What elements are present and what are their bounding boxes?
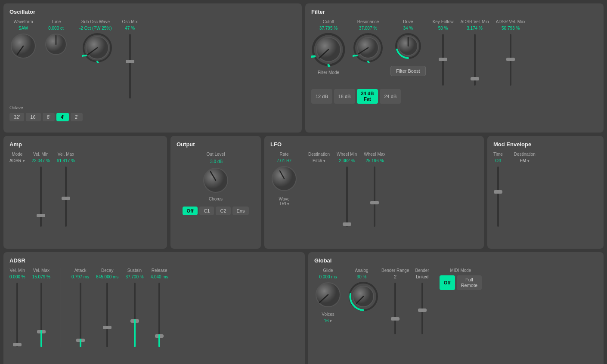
- lfo-rate-value: 7.01 Hz: [277, 158, 291, 163]
- adsr-vel-max-slider[interactable]: [506, 34, 515, 86]
- waveform-knob-group: Waveform SAW: [9, 19, 37, 60]
- sub-osc-wave-value: -2 Oct (PW 25%): [79, 26, 112, 31]
- octave-8[interactable]: 8': [43, 113, 55, 121]
- analog-label: Analog: [355, 268, 368, 273]
- adsr-vel-min-group: Vel. Min 0.000 %: [9, 268, 25, 347]
- analog-knob[interactable]: [348, 281, 375, 308]
- midi-mode-off[interactable]: Off: [440, 275, 455, 290]
- lfo-wheel-min-slider[interactable]: [343, 167, 351, 227]
- amp-mode-group: Mode ADSR ▾: [9, 152, 25, 163]
- lfo-wheel-max-slider[interactable]: [370, 167, 379, 227]
- sub-osc-knob[interactable]: [82, 32, 109, 60]
- out-level-knob[interactable]: [202, 167, 229, 194]
- lfo-wheel-min-label: Wheel Min: [337, 152, 357, 157]
- mod-envelope-main: Time Off Destination FM ▾: [493, 152, 598, 227]
- adsr-decay-label: Decay: [101, 268, 113, 273]
- adsr-divider: [61, 268, 61, 347]
- tune-knob[interactable]: [44, 32, 68, 56]
- lfo-panel: LFO Rate 7.01 Hz Wave: [264, 136, 484, 249]
- bender-range-slider[interactable]: [391, 283, 400, 334]
- glide-knob-group: Glide 0.000 ms Voices 16 ▾: [314, 268, 342, 323]
- filter-mode-24db[interactable]: 24 dB: [380, 89, 401, 104]
- adsr-release-value: 4.040 ms: [151, 275, 168, 279]
- waveform-knob[interactable]: [9, 32, 37, 60]
- adsr-attack-group: Attack 0.797 ms: [71, 268, 89, 347]
- amp-vel-max-value: 61.417 %: [57, 158, 75, 163]
- filter-boost-button[interactable]: Filter Boost: [390, 66, 426, 76]
- amp-vel-max-slider[interactable]: [62, 167, 70, 227]
- lfo-wheel-max-value: 25.196 %: [365, 158, 384, 163]
- adsr-decay-slider[interactable]: [103, 283, 111, 347]
- osc-mix-slider[interactable]: [126, 34, 134, 99]
- adsr-sustain-label: Sustain: [127, 268, 142, 273]
- resonance-knob[interactable]: [353, 32, 384, 63]
- key-follow-slider[interactable]: [439, 34, 447, 86]
- adsr-vel-max-value: 50.793 %: [502, 26, 520, 31]
- lfo-wheel-min-value: 2.362 %: [339, 158, 355, 163]
- midi-mode-full-remote[interactable]: FullRemote: [457, 275, 482, 290]
- octave-2[interactable]: 2': [71, 113, 83, 121]
- mod-env-dest-label: Destination: [514, 152, 536, 157]
- tune-knob-group: Tune 0.000 ct: [44, 19, 68, 56]
- adsr-release-slider[interactable]: [155, 283, 164, 347]
- bender-range-value: 2: [394, 275, 396, 279]
- lfo-dest-value: Pitch ▾: [313, 158, 325, 163]
- oscillator-title: Oscillator: [9, 9, 296, 15]
- bender-value: Linked: [416, 275, 428, 279]
- chorus-c1[interactable]: C1: [199, 207, 214, 215]
- adsr-vel-min-slider[interactable]: [471, 34, 479, 86]
- voices-value: 16 ▾: [324, 318, 332, 323]
- lfo-wheel-max-label: Wheel Max: [364, 152, 385, 157]
- filter-mode-12db[interactable]: 12 dB: [311, 89, 332, 104]
- adsr-vel-min-slider[interactable]: [13, 283, 22, 347]
- glide-value: 0.000 ms: [319, 275, 337, 279]
- lfo-title: LFO: [270, 141, 478, 148]
- adsr-sustain-value: 37.700 %: [125, 275, 143, 279]
- adsr-attack-slider[interactable]: [76, 283, 85, 347]
- waveform-label: Waveform: [13, 19, 33, 24]
- mod-envelope-panel: Mod Envelope Time Off Destination FM ▾: [487, 136, 604, 249]
- adsr-vel-max-slider[interactable]: [37, 283, 46, 347]
- adsr-vel-max-value: 15.079 %: [32, 275, 50, 279]
- adsr-panel: ADSR Vel. Min 0.000 % Vel. Max 15.079 %: [3, 252, 305, 364]
- key-follow-label: Key Follow: [433, 19, 454, 24]
- chorus-c2[interactable]: C2: [216, 207, 230, 215]
- adsr-sustain-slider[interactable]: [130, 283, 139, 347]
- lfo-dest-label: Destination: [308, 152, 330, 157]
- glide-knob[interactable]: [314, 281, 342, 308]
- out-level-label: Out Level: [207, 152, 225, 157]
- lfo-rate-knob[interactable]: [270, 165, 298, 192]
- mod-env-time-slider[interactable]: [494, 167, 502, 227]
- octave-16[interactable]: 16': [26, 113, 40, 121]
- output-main: Out Level -3.0 dB Chorus Off C1 C2 Ens: [177, 152, 255, 215]
- amp-panel: Amp Mode ADSR ▾ Vel. Min 22.047 %: [3, 136, 167, 249]
- bender-group: Bender Linked: [415, 268, 429, 334]
- adsr-vel-min-value: 3.174 %: [467, 26, 483, 31]
- filter-mode-18db[interactable]: 18 dB: [334, 89, 355, 104]
- bender-slider[interactable]: [418, 283, 427, 334]
- octave-4[interactable]: 4': [56, 113, 69, 121]
- adsr-attack-label: Attack: [74, 268, 87, 273]
- drive-knob[interactable]: [394, 32, 422, 60]
- bender-label: Bender: [415, 268, 429, 273]
- osc-mix-label: Osc Mix: [122, 19, 138, 24]
- filter-panel: Filter Cutoff 37.795 %: [305, 3, 604, 133]
- filter-main: Cutoff 37.795 % Filter Mode: [311, 19, 598, 86]
- adsr-vel-min-value: 0.000 %: [9, 275, 25, 279]
- lfo-wave-value: TRI ▾: [279, 201, 289, 206]
- adsr-vel-min-slider-group: ADSR Vel. Min 3.174 %: [461, 19, 489, 86]
- amp-vel-min-slider[interactable]: [37, 167, 45, 227]
- cutoff-knob[interactable]: [311, 32, 346, 67]
- midi-mode-btn-group: Off FullRemote: [440, 275, 482, 290]
- adsr-sustain-group: Sustain 37.700 %: [125, 268, 143, 347]
- bender-range-label: Bender Range: [381, 268, 409, 273]
- chorus-off[interactable]: Off: [183, 207, 198, 215]
- octave-32[interactable]: 32': [9, 113, 24, 121]
- chorus-ens[interactable]: Ens: [232, 207, 249, 215]
- analog-value: 30 %: [357, 275, 367, 279]
- key-follow-value: 50 %: [438, 26, 448, 31]
- filter-mode-24fat[interactable]: 24 dBFat: [357, 89, 378, 104]
- mod-envelope-title: Mod Envelope: [493, 141, 598, 148]
- key-follow-slider-group: Key Follow 50 %: [433, 19, 454, 86]
- resonance-label: Resonance: [357, 19, 379, 24]
